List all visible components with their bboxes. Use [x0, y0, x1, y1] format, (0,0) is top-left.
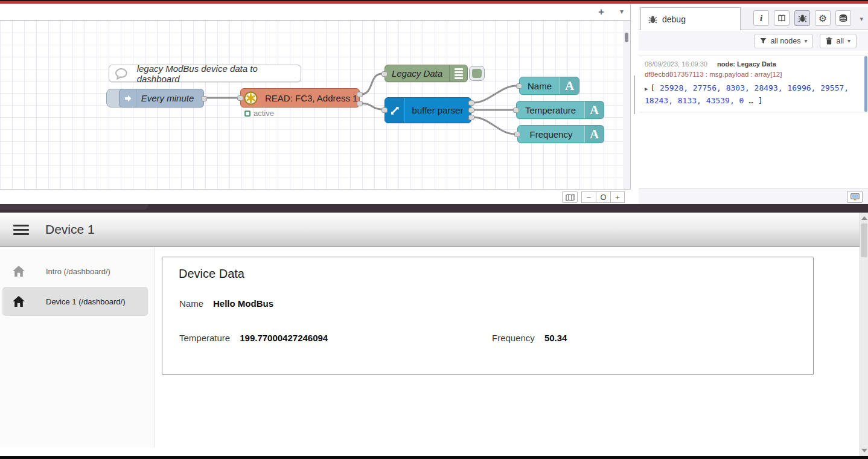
- open-debug-window-button[interactable]: [847, 191, 863, 203]
- tab-debug[interactable]: debug: [640, 7, 741, 30]
- modbus-icon: [241, 89, 260, 107]
- debug-message[interactable]: 08/09/2023, 16:09:30 node: Legacy Data d…: [639, 56, 868, 112]
- book-icon: [777, 14, 786, 22]
- clear-label: all: [836, 37, 844, 45]
- field-value: 199.77000427246094: [240, 333, 328, 343]
- canvas-vertical-scrollbar[interactable]: [623, 21, 630, 189]
- dashboard-window: Device 1 Intro (/dashboard/) Device 1 (/…: [0, 213, 868, 456]
- field-value: Hello ModBus: [213, 298, 273, 309]
- ui-node-label: Temperature: [517, 105, 584, 115]
- bug-icon: [648, 15, 657, 24]
- text-icon: A: [584, 101, 604, 118]
- modbus-input-port[interactable]: [237, 95, 243, 101]
- zoom-reset-button[interactable]: O: [596, 191, 610, 203]
- filter-label: all nodes: [770, 37, 800, 45]
- message-source-node: node: Legacy Data: [717, 60, 776, 68]
- zoom-out-button[interactable]: −: [581, 191, 596, 203]
- buffer-parser-node[interactable]: buffer parser: [385, 97, 471, 123]
- sidebar-item-label: Intro (/dashboard/): [46, 267, 110, 276]
- buffer-output-port-2[interactable]: [468, 108, 474, 113]
- text-icon: A: [560, 77, 579, 94]
- debug-sidebar: debug i ⚙: [639, 4, 868, 204]
- navigator-button[interactable]: [562, 191, 578, 203]
- tab-debug-label: debug: [662, 14, 686, 24]
- ui-text-node-frequency[interactable]: Frequency A: [517, 125, 604, 143]
- sidebar-item-label: Device 1 (/dashboard/): [46, 297, 126, 306]
- status-square-icon: [244, 111, 251, 117]
- debug-tab-button[interactable]: [794, 10, 810, 26]
- config-tab-button[interactable]: ⚙: [815, 10, 831, 26]
- ui-text-node-temperature[interactable]: Temperature A: [516, 101, 604, 119]
- ui-text-node-name[interactable]: Name A: [519, 77, 579, 95]
- inject-arrow-icon: [120, 89, 136, 107]
- dashboard-main: Device Data Name Hello ModBus Temperatur…: [155, 247, 860, 448]
- modbus-read-node[interactable]: READ: FC3, Address 1: [240, 88, 360, 108]
- dashboard-sidebar: Intro (/dashboard/) Device 1 (/dashboard…: [0, 247, 155, 448]
- add-flow-button[interactable]: +: [598, 6, 604, 18]
- field-frequency: Frequency 50.34: [492, 333, 567, 343]
- buffer-parser-icon: [385, 98, 404, 123]
- map-icon: [566, 194, 575, 201]
- flow-canvas[interactable]: legacy ModBus device data to dashboard E…: [0, 21, 623, 189]
- sidebar-header: debug i ⚙: [639, 7, 868, 30]
- ui-name-input-port[interactable]: [516, 83, 522, 89]
- expand-triangle-icon[interactable]: ▶: [645, 86, 648, 92]
- debug-node-legacy-data[interactable]: Legacy Data: [385, 65, 468, 82]
- debug-filter-row: all nodes ▾ all ▾: [639, 31, 868, 51]
- comment-node[interactable]: legacy ModBus device data to dashboard: [109, 65, 301, 82]
- inject-output-port[interactable]: [201, 96, 207, 101]
- filter-nodes-dropdown[interactable]: all nodes ▾: [754, 34, 813, 48]
- info-tab-button[interactable]: i: [753, 10, 769, 26]
- ui-node-label: Frequency: [518, 129, 584, 140]
- inject-node-label: Every minute: [136, 93, 203, 103]
- field-value: 50.34: [544, 333, 567, 343]
- sidebar-footer: [639, 188, 868, 204]
- sidebar-item-intro[interactable]: Intro (/dashboard/): [2, 257, 148, 286]
- scroll-down-arrow-icon[interactable]: [861, 449, 867, 452]
- message-meta: df8ecbd817357113 : msg.payload : array[1…: [645, 71, 854, 78]
- context-tab-button[interactable]: [835, 10, 851, 26]
- help-tab-button[interactable]: [774, 10, 790, 26]
- message-payload[interactable]: ▶[ 25928, 27756, 8303, 28493, 16996, 295…: [645, 82, 857, 106]
- monitor-icon: [850, 193, 860, 201]
- comment-node-label: legacy ModBus device data to dashboard: [130, 63, 301, 84]
- zoom-in-button[interactable]: +: [610, 191, 625, 203]
- clear-messages-dropdown[interactable]: all ▾: [820, 34, 857, 48]
- home-icon: [12, 265, 25, 277]
- buffer-output-port-3[interactable]: [468, 115, 474, 120]
- message-timestamp: 08/09/2023, 16:09:30: [645, 60, 707, 68]
- home-icon: [12, 295, 25, 307]
- field-temperature: Temperature 199.77000427246094: [179, 333, 328, 343]
- dashboard-scrollbar[interactable]: [860, 213, 868, 456]
- menu-hamburger-button[interactable]: [13, 225, 29, 237]
- debug-enable-toggle[interactable]: [469, 66, 485, 81]
- trash-icon: [826, 37, 832, 45]
- dashboard-header: Device 1: [0, 213, 868, 247]
- field-label: Temperature: [179, 333, 230, 343]
- sidebar-menu-chevron-icon[interactable]: ▾: [860, 15, 863, 23]
- chevron-down-icon: ▾: [847, 37, 850, 44]
- modbus-output-port-1[interactable]: [357, 92, 363, 97]
- scrollbar-thumb[interactable]: [861, 223, 867, 257]
- ui-node-label: Name: [520, 81, 560, 91]
- window-divider: [0, 204, 868, 213]
- gear-icon: ⚙: [819, 13, 827, 24]
- ui-frequency-input-port[interactable]: [514, 132, 520, 137]
- scroll-up-arrow-icon[interactable]: [861, 216, 867, 220]
- debug-message-list[interactable]: 08/09/2023, 16:09:30 node: Legacy Data d…: [639, 51, 868, 188]
- text-icon: A: [584, 126, 604, 143]
- debug-input-port[interactable]: [381, 71, 388, 77]
- buffer-input-port[interactable]: [381, 108, 388, 113]
- flow-list-chevron-icon[interactable]: ▾: [620, 7, 624, 16]
- debug-scrollbar-thumb[interactable]: [864, 56, 867, 112]
- debug-node-icon: [449, 65, 467, 82]
- ui-temperature-input-port[interactable]: [513, 108, 519, 113]
- buffer-output-port-1[interactable]: [468, 100, 474, 106]
- modbus-output-port-2[interactable]: [357, 101, 363, 106]
- field-label: Name: [179, 298, 203, 309]
- sidebar-resize-handle[interactable]: [630, 4, 639, 189]
- inject-node[interactable]: Every minute: [119, 89, 204, 108]
- editor-footer-bar: − O +: [0, 189, 631, 204]
- sidebar-item-device1[interactable]: Device 1 (/dashboard/): [2, 287, 148, 316]
- chevron-down-icon: ▾: [804, 37, 807, 44]
